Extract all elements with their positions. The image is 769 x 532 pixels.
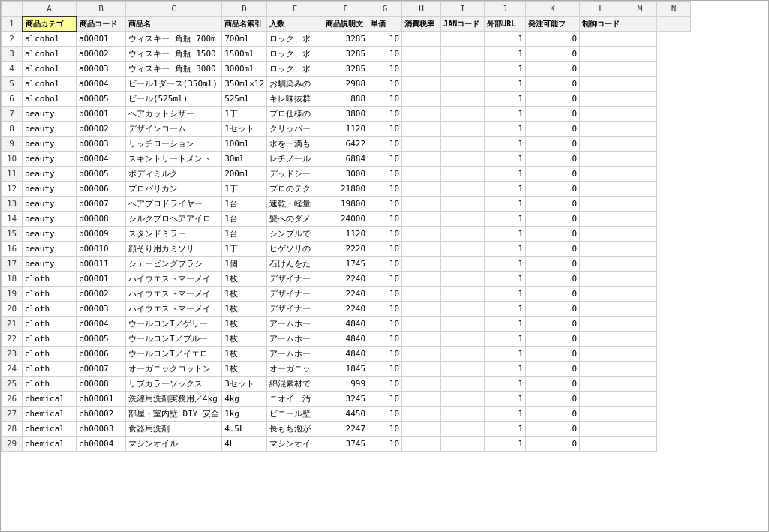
cell-18-g[interactable]: 10	[368, 272, 402, 287]
cell-14-j[interactable]: 1	[485, 212, 526, 227]
cell-7-i[interactable]	[441, 107, 485, 122]
cell-20-j[interactable]: 1	[485, 302, 526, 317]
cell-10-i[interactable]	[441, 152, 485, 167]
cell-1-k[interactable]: 発注可能フ	[526, 17, 580, 32]
cell-6-c[interactable]: ビール(525ml)	[126, 92, 222, 107]
cell-28-i[interactable]	[441, 422, 485, 437]
cell-24-f[interactable]: 1845	[323, 362, 368, 377]
cell-19-j[interactable]: 1	[485, 287, 526, 302]
cell-27-f[interactable]: 4450	[323, 407, 368, 422]
cell-24-m[interactable]	[623, 362, 657, 377]
cell-28-l[interactable]	[580, 422, 623, 437]
cell-12-k[interactable]: 0	[526, 182, 580, 197]
cell-17-c[interactable]: シェービングブラシ	[126, 257, 222, 272]
cell-12-i[interactable]	[441, 182, 485, 197]
row-number-21[interactable]: 21	[2, 317, 23, 332]
cell-29-f[interactable]: 3745	[323, 437, 368, 452]
row-number-19[interactable]: 19	[2, 287, 23, 302]
cell-25-i[interactable]	[441, 377, 485, 392]
cell-12-c[interactable]: プロバリカン	[126, 182, 222, 197]
cell-25-h[interactable]	[402, 377, 441, 392]
cell-15-m[interactable]	[623, 227, 657, 242]
cell-18-d[interactable]: 1枚	[222, 272, 267, 287]
row-number-29[interactable]: 29	[2, 437, 23, 452]
cell-1-c[interactable]: 商品名	[126, 17, 222, 32]
cell-21-k[interactable]: 0	[526, 317, 580, 332]
cell-27-m[interactable]	[623, 407, 657, 422]
cell-3-l[interactable]	[580, 47, 623, 62]
cell-14-i[interactable]	[441, 212, 485, 227]
cell-23-c[interactable]: ウールロンT／イエロ	[126, 347, 222, 362]
cell-4-f[interactable]: 3285	[323, 62, 368, 77]
row-number-16[interactable]: 16	[2, 242, 23, 257]
cell-4-e[interactable]: ロック、水	[267, 62, 323, 77]
cell-20-b[interactable]: c00003	[77, 302, 126, 317]
cell-7-b[interactable]: b00001	[77, 107, 126, 122]
cell-16-a[interactable]: beauty	[23, 242, 77, 257]
cell-1-f[interactable]: 商品説明文	[323, 17, 368, 32]
cell-23-l[interactable]	[580, 347, 623, 362]
cell-4-m[interactable]	[623, 62, 657, 77]
cell-5-f[interactable]: 2988	[323, 77, 368, 92]
cell-17-b[interactable]: b00011	[77, 257, 126, 272]
cell-12-l[interactable]	[580, 182, 623, 197]
cell-26-a[interactable]: chemical	[23, 392, 77, 407]
cell-2-m[interactable]	[623, 32, 657, 47]
cell-1-a[interactable]: 商品カテゴ	[23, 17, 77, 32]
cell-24-i[interactable]	[441, 362, 485, 377]
cell-7-k[interactable]: 0	[526, 107, 580, 122]
row-number-28[interactable]: 28	[2, 422, 23, 437]
cell-5-k[interactable]: 0	[526, 77, 580, 92]
cell-3-k[interactable]: 0	[526, 47, 580, 62]
cell-3-a[interactable]: alcohol	[23, 47, 77, 62]
cell-25-f[interactable]: 999	[323, 377, 368, 392]
cell-16-c[interactable]: 顔そり用カミソリ	[126, 242, 222, 257]
cell-15-j[interactable]: 1	[485, 227, 526, 242]
cell-6-f[interactable]: 888	[323, 92, 368, 107]
cell-5-a[interactable]: alcohol	[23, 77, 77, 92]
cell-6-j[interactable]: 1	[485, 92, 526, 107]
cell-4-g[interactable]: 10	[368, 62, 402, 77]
cell-13-g[interactable]: 10	[368, 197, 402, 212]
cell-18-h[interactable]	[402, 272, 441, 287]
cell-22-l[interactable]	[580, 332, 623, 347]
cell-18-m[interactable]	[623, 272, 657, 287]
cell-27-l[interactable]	[580, 407, 623, 422]
cell-10-j[interactable]: 1	[485, 152, 526, 167]
cell-26-b[interactable]: ch00001	[77, 392, 126, 407]
cell-23-h[interactable]	[402, 347, 441, 362]
cell-4-d[interactable]: 3000ml	[222, 62, 267, 77]
cell-11-i[interactable]	[441, 167, 485, 182]
cell-12-e[interactable]: プロのテク	[267, 182, 323, 197]
cell-24-g[interactable]: 10	[368, 362, 402, 377]
cell-13-h[interactable]	[402, 197, 441, 212]
cell-9-j[interactable]: 1	[485, 137, 526, 152]
cell-10-f[interactable]: 6884	[323, 152, 368, 167]
row-number-23[interactable]: 23	[2, 347, 23, 362]
cell-22-m[interactable]	[623, 332, 657, 347]
col-header-n[interactable]: N	[657, 2, 691, 17]
cell-5-c[interactable]: ビール1ダース(350ml)	[126, 77, 222, 92]
cell-23-k[interactable]: 0	[526, 347, 580, 362]
cell-1-e[interactable]: 入数	[267, 17, 323, 32]
cell-8-f[interactable]: 1120	[323, 122, 368, 137]
cell-28-d[interactable]: 4.5L	[222, 422, 267, 437]
row-number-20[interactable]: 20	[2, 302, 23, 317]
cell-11-l[interactable]	[580, 167, 623, 182]
row-number-12[interactable]: 12	[2, 182, 23, 197]
cell-26-c[interactable]: 洗濯用洗剤実務用／4kg	[126, 392, 222, 407]
cell-16-h[interactable]	[402, 242, 441, 257]
row-number-22[interactable]: 22	[2, 332, 23, 347]
cell-7-a[interactable]: beauty	[23, 107, 77, 122]
cell-16-f[interactable]: 2220	[323, 242, 368, 257]
row-number-13[interactable]: 13	[2, 197, 23, 212]
cell-17-d[interactable]: 1個	[222, 257, 267, 272]
cell-15-d[interactable]: 1台	[222, 227, 267, 242]
cell-26-i[interactable]	[441, 392, 485, 407]
cell-28-b[interactable]: ch00003	[77, 422, 126, 437]
cell-15-g[interactable]: 10	[368, 227, 402, 242]
cell-7-h[interactable]	[402, 107, 441, 122]
cell-14-l[interactable]	[580, 212, 623, 227]
cell-9-k[interactable]: 0	[526, 137, 580, 152]
cell-2-l[interactable]	[580, 32, 623, 47]
